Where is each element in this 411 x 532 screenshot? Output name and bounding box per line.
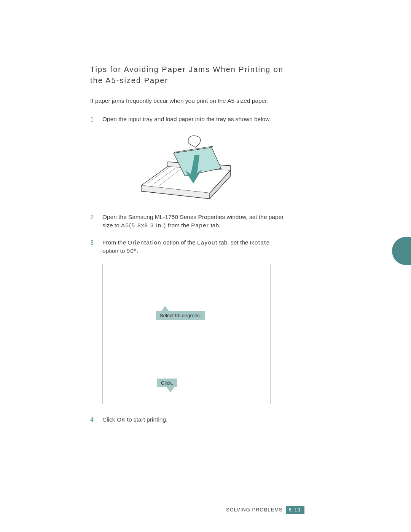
step-3: 3 From the Orientation option of the Lay… xyxy=(90,238,285,256)
step-text: From the Orientation option of the Layou… xyxy=(102,238,285,256)
step-text: Click OK to start printing. xyxy=(102,415,285,424)
step-number: 4 xyxy=(90,415,102,424)
ui-term-a5: A5(5.8x8.3 in.) xyxy=(121,222,166,228)
footer-section: SOLVING PROBLEMS xyxy=(226,507,283,513)
step-1: 1 Open the input tray and load paper int… xyxy=(90,115,285,124)
step-2: 2 Open the Samsung ML-1750 Series Proper… xyxy=(90,213,285,230)
step-4: 4 Click OK to start printing. xyxy=(90,415,285,424)
arrow-up-icon xyxy=(161,306,169,311)
step-number: 3 xyxy=(90,238,102,256)
step-number: 2 xyxy=(90,213,102,230)
side-tab xyxy=(392,237,411,265)
printer-tray-icon xyxy=(132,132,244,201)
callout-click: Click. xyxy=(157,379,177,387)
ui-term-rotate: Rotate xyxy=(250,239,270,246)
ui-term-90: 90º xyxy=(127,248,137,254)
arrow-down-icon xyxy=(167,387,174,393)
ui-term-orientation: Orientation xyxy=(127,239,161,246)
ui-term-paper: Paper xyxy=(191,222,209,228)
dialog-illustration-wrap: Select 90 degrees. Click. xyxy=(102,264,285,404)
step-number: 1 xyxy=(90,115,102,124)
page-footer: SOLVING PROBLEMS 6.11 xyxy=(226,506,304,514)
dialog-placeholder: Select 90 degrees. Click. xyxy=(102,264,271,404)
callout-select-90: Select 90 degrees. xyxy=(156,311,205,320)
footer-page-number: 6.11 xyxy=(286,506,304,514)
tray-illustration xyxy=(132,132,244,201)
step-text: Open the input tray and load paper into … xyxy=(102,115,285,124)
step-text: Open the Samsung ML-1750 Series Properti… xyxy=(102,213,285,230)
section-title: Tips for Avoiding Paper Jams When Printi… xyxy=(90,64,285,86)
page-content: Tips for Avoiding Paper Jams When Printi… xyxy=(90,64,285,433)
ui-term-layout: Layout xyxy=(197,239,217,246)
intro-text: If paper jams frequently occur when you … xyxy=(90,97,285,105)
